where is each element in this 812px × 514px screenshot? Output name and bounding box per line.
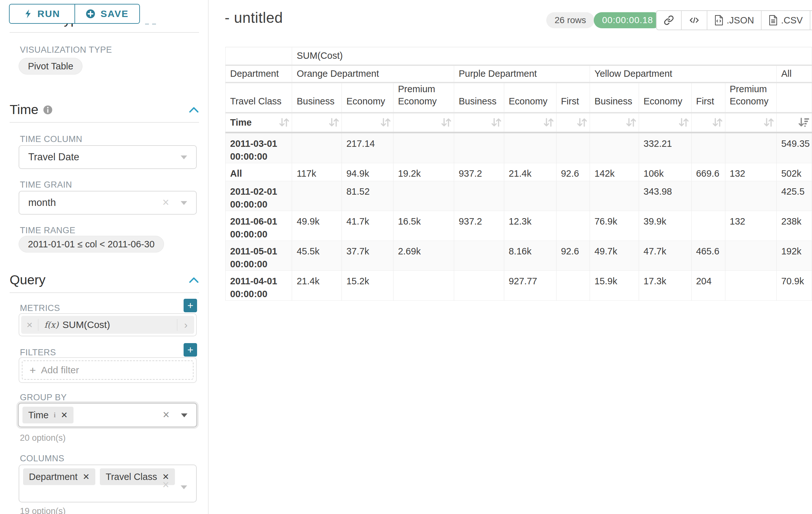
copy-link-button[interactable] [657,11,681,30]
cell-value [393,133,454,163]
control-panel: Chart Type RUN SAVE VISUALIZATION TYPE P… [0,0,209,514]
sort-descending-icon[interactable] [798,117,810,128]
cell-value [725,271,777,301]
department-header: Orange Department [292,65,454,83]
chart-title[interactable]: - untitled [225,9,283,26]
sort-icon[interactable] [543,117,554,128]
cell-value [556,181,590,211]
department-axis-label: Department [226,65,292,83]
cell-value: 15.9k [590,271,639,301]
selected-option-chip[interactable]: Timei✕ [23,407,74,424]
sort-icon[interactable] [576,117,588,128]
selected-option-chip[interactable]: Department✕ [23,468,95,485]
group-by-select[interactable]: Timei✕ × [18,403,197,427]
chevron-right-icon[interactable]: › [177,319,194,331]
metric-header: SUM(Cost) [292,47,812,65]
time-column-label: TIME COLUMN [20,134,83,144]
travel-class-header [777,83,812,113]
sort-icon[interactable] [440,117,452,128]
time-range-label: TIME RANGE [20,225,76,236]
cell-value: 49.7k [590,241,639,271]
cell-value: 39.9k [639,211,692,241]
link-icon [664,15,674,25]
cell-value: 937.2 [454,211,504,241]
cell-value: 8.16k [504,241,556,271]
cell-value: 81.52 [342,181,394,211]
sort-icon[interactable] [278,117,290,128]
export-json-button[interactable]: .JSON [707,11,761,30]
sort-icon[interactable] [625,117,637,128]
function-icon: f(x) [44,320,59,330]
columns-options-hint: 19 option(s) [20,506,66,514]
corner-cell [226,47,292,65]
cell-value [556,271,590,301]
time-grain-select[interactable]: month × [19,191,197,215]
sort-icon[interactable] [380,117,391,128]
cell-value [454,133,504,163]
chevron-down-icon [181,413,187,417]
add-filter-button[interactable]: + Add filter [22,360,194,380]
metric-pill[interactable]: × f(x) SUM(Cost) › [21,316,194,334]
cell-value: 37.7k [342,241,394,271]
add-filter-plus-button[interactable]: + [183,343,197,357]
embed-code-button[interactable] [681,11,707,30]
travel-class-header: Business [292,83,342,113]
save-button[interactable]: SAVE [75,4,139,23]
time-column-select[interactable]: Travel Date [19,145,197,169]
table-row: 2011-03-01 00:00:00217.14332.21549.35 [226,133,812,163]
chip-label: Department [29,471,78,482]
column-sort-header [777,113,812,133]
row-label: 2011-04-01 00:00:00 [226,271,292,301]
cell-value: 21.4k [504,163,556,181]
sort-icon[interactable] [678,117,689,128]
chevron-down-icon [181,485,187,489]
department-header: Yellow Department [590,65,777,83]
travel-class-header: Premium Economy [725,83,777,113]
clear-icon[interactable]: × [163,479,169,491]
remove-chip-icon[interactable]: ✕ [83,472,90,482]
section-divider [10,122,199,123]
add-metric-button[interactable]: + [183,299,197,312]
travel-class-header: First [691,83,725,113]
collapse-chevron-icon[interactable] [189,277,199,283]
row-label: 2011-05-01 00:00:00 [226,241,292,271]
file-text-icon [769,15,778,25]
collapse-chevron-icon[interactable] [189,107,199,113]
cell-value: 502k [777,163,812,181]
cell-value: 937.2 [454,163,504,181]
columns-select[interactable]: Department✕Travel Class✕ × [19,464,197,503]
lightning-icon [24,9,32,19]
sort-icon[interactable] [763,117,775,128]
chevron-down-icon [181,201,187,205]
cell-value: 15.2k [342,271,394,301]
menu-button[interactable] [810,11,812,30]
remove-chip-icon[interactable]: ✕ [61,410,68,420]
time-range-pill[interactable]: 2011-01-01 ≤ col < 2011-06-30 [19,236,164,252]
viz-type-label: VISUALIZATION TYPE [20,45,112,55]
travel-class-header: Premium Economy [393,83,454,113]
cell-value [292,133,342,163]
cell-value [691,181,725,211]
clear-icon[interactable]: × [163,197,169,208]
cell-value: 192k [777,241,812,271]
export-csv-button[interactable]: .CSV [761,11,810,30]
save-button-label: SAVE [100,8,128,19]
sort-icon[interactable] [712,117,723,128]
cell-value [691,211,725,241]
cell-value: 16.5k [393,211,454,241]
cell-value: 106k [639,163,692,181]
cell-value: 425.5 [777,181,812,211]
sort-icon[interactable] [490,117,502,128]
remove-metric-icon[interactable]: × [21,319,38,331]
time-column-value: Travel Date [28,151,79,163]
cell-value [393,181,454,211]
travel-class-header: First [556,83,590,113]
section-divider [10,32,199,33]
cell-value: 117k [292,163,342,181]
cell-value [454,181,504,211]
viz-type-pill[interactable]: Pivot Table [19,58,83,75]
export-csv-label: .CSV [781,15,803,26]
run-button[interactable]: RUN [10,4,75,23]
sort-icon[interactable] [328,117,340,128]
clear-icon[interactable]: × [163,409,170,421]
